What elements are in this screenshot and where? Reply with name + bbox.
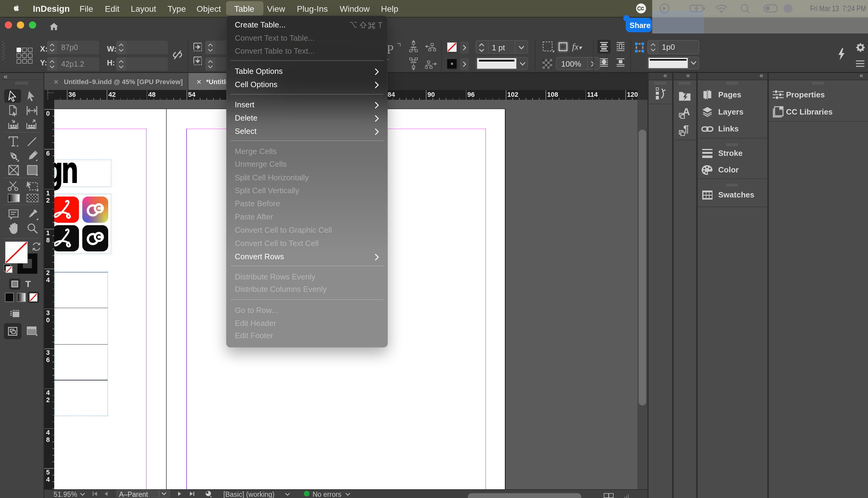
svg-text:T: T xyxy=(378,21,383,29)
